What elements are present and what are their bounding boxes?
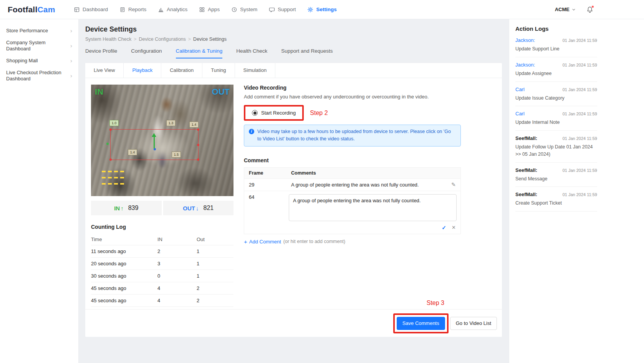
- sidebar-item-store-performance[interactable]: Store Performance ›: [0, 25, 78, 37]
- zone-corner-dot: [109, 128, 112, 131]
- info-icon: i: [249, 129, 254, 134]
- action-logs-panel: Action Logs Jackson: 01 Jan 2024 11:59 U…: [509, 19, 644, 363]
- add-comment-button[interactable]: + Add Comment: [244, 239, 281, 245]
- sidebar-item-live-checkout-prediction[interactable]: Live Checkout Prediction Dashboard ›: [0, 67, 78, 85]
- counting-log-row: 45 seconds ago 4 2: [91, 282, 233, 295]
- video-recording-description: Add comment if you have observed any und…: [244, 94, 461, 100]
- action-log-user[interactable]: Jackson:: [515, 37, 535, 43]
- comment-section-title: Comment: [244, 157, 461, 163]
- breadcrumb-system-health-check[interactable]: System Health Check: [85, 37, 137, 42]
- zone-corner-dot: [197, 158, 199, 161]
- close-icon: ✕: [452, 225, 456, 230]
- sidebar-item-company-system-dashboard[interactable]: Company System Dashboard ›: [0, 37, 78, 55]
- tab-support-and-requests[interactable]: Support and Requests: [281, 48, 333, 58]
- logo[interactable]: FootfallCam: [8, 5, 65, 14]
- comment-text: A group of people entering the area was …: [291, 182, 419, 188]
- sidebar-item-shopping-mall[interactable]: Shopping Mall ›: [0, 55, 78, 67]
- logo-text-cam: Cam: [37, 5, 55, 14]
- notification-bell[interactable]: [586, 6, 593, 13]
- nav-settings[interactable]: Settings: [307, 7, 336, 13]
- action-log-action: Update Internal Note: [515, 119, 597, 126]
- subtab-calibration[interactable]: Calibration: [161, 63, 202, 78]
- in-counter-value: 839: [128, 205, 139, 211]
- subtab-simulation[interactable]: Simulation: [235, 63, 276, 78]
- comment-cell: A group of people entering the area was …: [286, 179, 460, 191]
- nav-system[interactable]: System: [231, 7, 257, 13]
- calibration-card: Live View Playback Calibration Tuning Si…: [85, 63, 502, 337]
- tab-device-profile[interactable]: Device Profile: [85, 48, 117, 58]
- action-log-user: SeefMall:: [515, 191, 537, 197]
- action-log-user: SeefMall:: [515, 135, 537, 141]
- main-content: Device Settings System Health Check Devi…: [79, 19, 509, 363]
- calibration-value-box: 1.3: [166, 120, 175, 126]
- page-tabs: Device Profile Configuration Calibration…: [85, 48, 502, 58]
- account-switcher[interactable]: ACME: [555, 7, 576, 12]
- upload-info-alert: i Video may take up to a few hours to be…: [244, 125, 461, 147]
- breadcrumb-device-configurations[interactable]: Device Configurations: [139, 37, 191, 42]
- confirm-comment-button[interactable]: ✓: [442, 225, 446, 231]
- video-recording-title: Video Recording: [244, 85, 461, 91]
- sidebar-item-label: Company System Dashboard: [6, 40, 67, 52]
- nav-support[interactable]: Support: [269, 7, 296, 13]
- in-out-counters: IN↑ 839 OUT↓ 821: [91, 201, 233, 215]
- counting-log-title: Counting Log: [91, 224, 233, 230]
- direction-arrow-stem: [154, 137, 155, 148]
- tab-health-check[interactable]: Health Check: [236, 48, 267, 58]
- nav-analytics[interactable]: Analytics: [158, 7, 187, 13]
- sidebar-item-label: Live Checkout Prediction Dashboard: [6, 70, 67, 82]
- save-comments-button[interactable]: Save Comments: [397, 317, 445, 330]
- action-log-entry: Carl 01 Jan 2024 11:59 Update Issue Cate…: [515, 82, 597, 107]
- action-log-time: 01 Jan 2024 11:59: [563, 168, 597, 173]
- edit-comment-button[interactable]: ✎: [451, 182, 456, 188]
- video-out-overlay: OUT: [212, 87, 230, 97]
- notification-badge: [591, 5, 594, 8]
- counting-log-row: 11 seconds ago 2 1: [91, 245, 233, 258]
- video-playback-frame[interactable]: IN OUT 1.0 1.3 1.4 1.4 1.5: [91, 85, 233, 196]
- go-to-video-list-button[interactable]: Go to Video List: [450, 317, 497, 330]
- yellow-marker-dashes: [102, 183, 126, 185]
- start-recording-row: Start Recording Step 2: [244, 105, 461, 121]
- video-in-overlay: IN: [95, 87, 103, 97]
- step3-annotation-box: Save Comments: [393, 313, 449, 333]
- action-log-user[interactable]: Carl: [515, 87, 525, 92]
- action-log-time: 01 Jan 2024 11:59: [563, 192, 597, 197]
- add-comment-row: + Add Comment (or hit enter to add comme…: [244, 239, 461, 245]
- action-log-user[interactable]: Jackson:: [515, 62, 535, 68]
- reports-icon: [119, 7, 126, 13]
- chevron-right-icon: ›: [70, 73, 72, 78]
- layout: Store Performance › Company System Dashb…: [0, 19, 644, 363]
- comments-column-header: Comments: [286, 168, 460, 178]
- cancel-comment-button[interactable]: ✕: [452, 225, 456, 231]
- nav-reports[interactable]: Reports: [119, 7, 146, 13]
- tab-configuration[interactable]: Configuration: [131, 48, 162, 58]
- comment-table: Frame Comments 29 A group of people ente…: [244, 167, 461, 234]
- action-log-entry: Jackson: 01 Jan 2024 11:59 Update Suppor…: [515, 33, 597, 57]
- comment-edit-textarea[interactable]: A group of people entering the area was …: [289, 194, 457, 221]
- nav-apps[interactable]: Apps: [199, 7, 220, 13]
- counting-log-header: Time IN Out: [91, 234, 233, 245]
- zone-corner-dot: [197, 128, 199, 131]
- comment-row-editing: 64 A group of people entering the area w…: [244, 191, 460, 234]
- subtab-tuning[interactable]: Tuning: [202, 63, 235, 78]
- action-log-entry: SeefMall: 01 Jan 2024 11:59 Create Suppo…: [515, 187, 597, 211]
- action-log-user[interactable]: Carl: [515, 111, 525, 117]
- nav-dashboard[interactable]: Dashboard: [74, 7, 108, 13]
- out-counter: OUT↓ 821: [163, 201, 234, 215]
- check-icon: ✓: [442, 225, 446, 231]
- chevron-right-icon: ›: [70, 43, 72, 48]
- tab-calibration-tuning[interactable]: Calibration & Tuning: [176, 48, 223, 58]
- nav-label: Dashboard: [83, 7, 108, 12]
- plus-icon: +: [244, 239, 247, 245]
- start-recording-radio[interactable]: Start Recording: [252, 110, 296, 116]
- counting-log-row: 20 seconds ago 3 1: [91, 258, 233, 270]
- subtab-live-view[interactable]: Live View: [85, 63, 124, 78]
- subtab-playback[interactable]: Playback: [124, 63, 161, 78]
- step2-annotation-text: Step 2: [310, 110, 328, 117]
- account-name: ACME: [555, 7, 570, 12]
- yellow-marker-dashes: [102, 171, 126, 172]
- chevron-down-icon: [572, 8, 576, 12]
- action-log-action: Update Issue Category: [515, 95, 597, 102]
- arrow-up-icon: ↑: [121, 205, 124, 211]
- sidebar-item-label: Store Performance: [6, 28, 48, 33]
- upload-info-text: Video may take up to a few hours to be u…: [257, 128, 456, 143]
